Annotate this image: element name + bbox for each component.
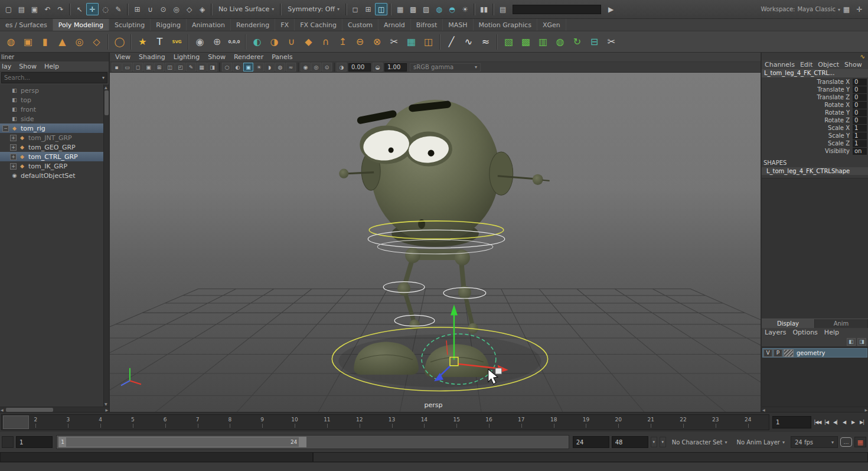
viewport-menu-item[interactable]: Panels <box>272 53 292 61</box>
layer-visibility-toggle[interactable]: V <box>763 349 772 357</box>
playback-end-field[interactable]: 24 <box>573 436 609 448</box>
gamma-icon[interactable]: ◒ <box>373 63 383 72</box>
layout-outliner-pane-icon[interactable]: ◫ <box>375 3 387 15</box>
layer-move-down-icon[interactable]: ◨ <box>857 338 866 346</box>
shelf-tab[interactable]: Animation <box>187 19 231 31</box>
outliner-vertical-scrollbar[interactable] <box>103 85 109 407</box>
outliner-item-side[interactable]: ◧ side <box>0 114 103 124</box>
layout-single-pane-icon[interactable]: ◻ <box>349 3 361 15</box>
scrollbar-thumb[interactable] <box>105 90 109 115</box>
range-end-handle[interactable] <box>299 437 306 447</box>
xray-icon[interactable]: ◎ <box>311 63 321 72</box>
channel-name[interactable]: Visibility <box>825 148 850 154</box>
shelf-tab[interactable]: Sculpting <box>109 19 151 31</box>
cut-uv-scissors-icon[interactable]: ✂ <box>603 34 619 50</box>
outliner-menu-item[interactable]: lay <box>2 63 11 70</box>
safe-title-icon[interactable]: ◰ <box>175 63 185 72</box>
layer-color-swatch[interactable] <box>784 349 794 357</box>
grid-toggle-icon[interactable]: ▦ <box>197 63 207 72</box>
layer-editor-tab[interactable]: Anim <box>815 319 868 328</box>
step-forward-frame-button[interactable]: ▶| <box>857 416 866 429</box>
select-tool-icon[interactable]: ↖ <box>73 3 86 15</box>
screen-space-ao-icon[interactable]: ◍ <box>275 63 285 72</box>
viewport-scene[interactable]: persp <box>110 73 761 412</box>
uv-cylindrical-icon[interactable]: ▥ <box>535 34 551 50</box>
outliner-item-tom-geo-grp[interactable]: + ◆ tom_GEO_GRP <box>0 142 103 152</box>
channel-box-menu-item[interactable]: Edit <box>800 61 812 69</box>
symmetry-dropdown[interactable]: Symmetry: Off <box>283 4 344 15</box>
expander-icon[interactable]: + <box>10 163 17 170</box>
outliner-horizontal-scrollbar[interactable] <box>0 407 109 412</box>
shelf-tab[interactable]: FX <box>275 19 295 31</box>
reset-transform-icon[interactable]: ⊕ <box>209 34 225 50</box>
shelf-tab[interactable]: XGen <box>537 19 566 31</box>
step-back-frame-button[interactable]: ◀| <box>831 416 840 429</box>
type-tool-icon[interactable]: T <box>152 34 168 50</box>
expander-icon[interactable] <box>2 87 9 94</box>
zero-pivot-icon[interactable]: 0,0,0 <box>226 34 242 50</box>
channel-value-field[interactable]: 0 <box>853 102 867 109</box>
channel-name[interactable]: Scale X <box>828 125 850 131</box>
outliner-item-persp[interactable]: ◧ persp <box>0 86 103 95</box>
open-scene-icon[interactable]: ▤ <box>15 3 28 15</box>
raise-panels-icon[interactable]: ✛ <box>853 3 866 15</box>
render-view-icon[interactable]: ▦ <box>394 3 406 15</box>
shadows-icon[interactable]: ◗ <box>265 63 275 72</box>
make-live-icon[interactable]: ◈ <box>196 3 208 15</box>
uv-contour-icon[interactable]: ↻ <box>569 34 585 50</box>
viewport-menu-item[interactable]: Shading <box>139 53 165 61</box>
channel-value-field[interactable]: 0 <box>853 94 867 101</box>
expander-icon[interactable] <box>2 97 9 103</box>
channel-name[interactable]: Translate X <box>817 79 850 85</box>
joints-xray-icon[interactable]: ⊙ <box>322 63 332 72</box>
poly-cylinder-icon[interactable]: ▮ <box>37 34 53 50</box>
combine-icon[interactable]: ◐ <box>249 34 265 50</box>
shelf-tab[interactable]: FX Caching <box>295 19 342 31</box>
expander-icon[interactable] <box>2 106 9 113</box>
field-chart-icon[interactable]: ⊞ <box>154 63 164 72</box>
channel-name[interactable]: Scale Z <box>828 140 850 147</box>
mini-dropdown-icon[interactable]: ▾ <box>651 437 657 447</box>
smooth-tool-icon[interactable]: ≈ <box>478 34 494 50</box>
outliner-item-tom-ik-grp[interactable]: + ◆ tom_IK_GRP <box>0 161 103 171</box>
playback-range-bar[interactable]: 1 24 <box>58 437 306 447</box>
scrollbar-thumb[interactable] <box>6 408 53 412</box>
shelf-tab[interactable]: Rigging <box>151 19 187 31</box>
live-surface-dropdown[interactable]: No Live Surface <box>214 4 278 15</box>
paint-select-tool-icon[interactable]: ✎ <box>112 3 125 15</box>
viewport-menu-item[interactable]: Renderer <box>234 53 263 61</box>
viewport-menu-item[interactable]: View <box>115 53 130 61</box>
separate-icon[interactable]: ◑ <box>266 34 282 50</box>
gate-mask-icon[interactable]: ▣ <box>143 63 154 72</box>
shelf-tab[interactable]: Rendering <box>231 19 275 31</box>
film-fit-icon[interactable]: ◨ <box>207 63 217 72</box>
svg-tool-icon[interactable]: SVG <box>169 34 185 50</box>
create-polygon-tool-icon[interactable]: ★ <box>135 34 151 50</box>
channel-value-field[interactable]: 0 <box>853 109 867 116</box>
gamma-field[interactable]: 1.00 <box>384 63 407 72</box>
range-slider[interactable]: 1 24 <box>56 435 569 449</box>
new-scene-icon[interactable]: ▢ <box>2 3 15 15</box>
character-set-dropdown[interactable]: No Character Set <box>668 436 731 448</box>
grease-pencil-icon[interactable]: ✎ <box>186 63 196 72</box>
move-tool-icon[interactable]: ✛ <box>86 3 99 15</box>
channel-value-field[interactable]: on <box>853 148 867 155</box>
go-to-start-button[interactable]: |◀◀ <box>813 416 822 429</box>
mini-dropdown-icon[interactable]: ▾ <box>660 437 666 447</box>
textured-mode-icon[interactable]: ▣ <box>243 63 253 72</box>
render-settings-icon[interactable]: ◍ <box>433 3 445 15</box>
uv-planar-icon[interactable]: ▧ <box>501 34 517 50</box>
boolean-difference-icon[interactable]: ⊖ <box>352 34 368 50</box>
expander-icon[interactable] <box>2 116 9 122</box>
shelf-tab[interactable]: MASH <box>443 19 473 31</box>
safe-action-icon[interactable]: ◫ <box>165 63 175 72</box>
uv-cut-sew-icon[interactable]: ⊟ <box>586 34 602 50</box>
isolate-select-icon[interactable]: ◉ <box>301 63 311 72</box>
layer-row-geometry[interactable]: V P geometry <box>762 348 867 358</box>
snap-to-point-icon[interactable]: ⊙ <box>157 3 169 15</box>
exposure-icon[interactable]: ◑ <box>337 63 347 72</box>
shelf-tab[interactable]: Bifrost <box>411 19 443 31</box>
viewport-menu-item[interactable]: Show <box>208 53 226 61</box>
mirror-icon[interactable]: ◫ <box>420 34 436 50</box>
channel-value-field[interactable]: 0 <box>853 79 867 86</box>
